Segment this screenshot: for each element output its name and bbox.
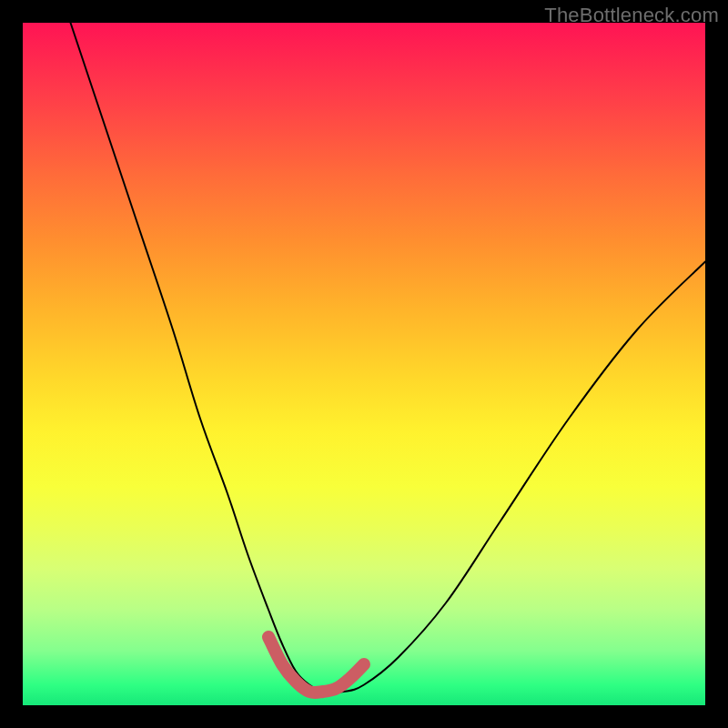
bottleneck-curve <box>71 23 706 693</box>
chart-frame: TheBottleneck.com <box>0 0 728 728</box>
chart-svg <box>23 23 705 705</box>
